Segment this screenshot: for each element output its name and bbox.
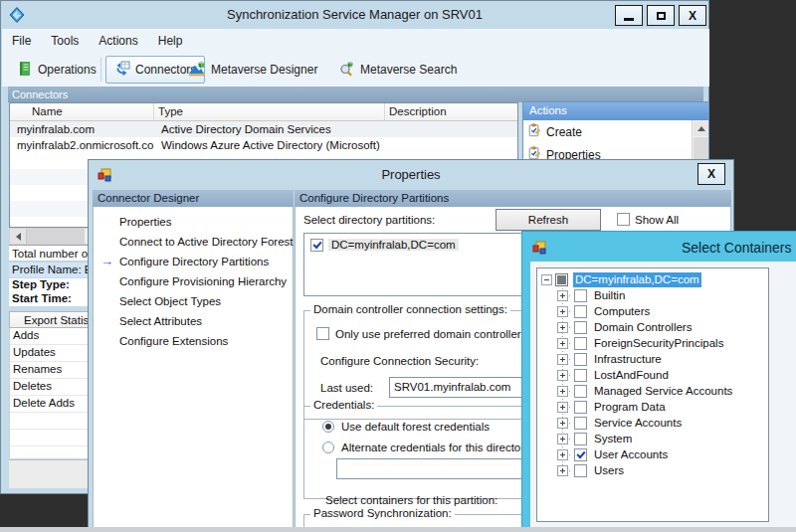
tree-item-root[interactable]: DC=myinfralab,DC=com (537, 272, 768, 288)
expand-icon[interactable] (557, 354, 568, 365)
default-credentials-radio[interactable] (322, 421, 334, 433)
container-checkbox[interactable] (574, 417, 587, 430)
tree-item-program-data[interactable]: Program Data (537, 400, 768, 416)
nav-item-configure-extensions[interactable]: →Configure Extensions (94, 331, 293, 351)
nav-item-properties[interactable]: →Properties (94, 212, 293, 232)
tree-item-managed-service-accounts[interactable]: Managed Service Accounts (537, 384, 768, 400)
nav-item-label: Configure Extensions (119, 335, 228, 347)
nav-item-configure-provisioning-hierarchy[interactable]: →Configure Provisioning Hierarchy (94, 271, 293, 291)
show-all-checkbox[interactable] (617, 213, 630, 226)
tree-item-builtin[interactable]: Builtin (537, 288, 768, 304)
preferred-dc-checkbox[interactable] (316, 327, 329, 340)
tree-item-lostandfound[interactable]: LostAndFound (537, 368, 768, 384)
scroll-left-icon (16, 233, 21, 241)
container-checkbox[interactable] (574, 448, 587, 461)
refresh-button[interactable]: Refresh (496, 209, 601, 231)
nav-item-label: Configure Provisioning Hierarchy (119, 275, 287, 287)
tree-item-service-accounts[interactable]: Service Accounts (537, 416, 768, 432)
alternate-credentials-radio[interactable] (322, 442, 334, 453)
screen-bottom-strip (0, 527, 796, 532)
expand-icon[interactable] (557, 306, 568, 317)
collapse-icon[interactable] (541, 274, 552, 285)
action-create[interactable]: Create (523, 120, 708, 143)
container-checkbox[interactable] (574, 433, 587, 445)
partition-checkbox[interactable] (310, 239, 323, 252)
container-checkbox[interactable] (574, 369, 587, 382)
maximize-button[interactable] (647, 5, 675, 26)
menu-help[interactable]: Help (148, 31, 193, 51)
metaverse-search-icon (339, 61, 355, 80)
tree-item-users[interactable]: Users (537, 463, 768, 479)
properties-titlebar[interactable]: Properties X (89, 160, 733, 190)
tree-item-infrastructure[interactable]: Infrastructure (537, 352, 768, 368)
container-checkbox[interactable] (574, 337, 587, 350)
expand-icon[interactable] (557, 322, 568, 333)
toolbar-button-label: Operations (38, 63, 97, 77)
last-used-label: Last used: (320, 382, 373, 394)
expand-icon[interactable] (557, 386, 568, 397)
expand-icon[interactable] (557, 338, 568, 349)
toolbar-button-metaverse-search[interactable]: Metaverse Search (330, 56, 466, 84)
tree-item-label: Managed Service Accounts (592, 384, 734, 399)
expand-icon[interactable] (557, 434, 568, 444)
expand-icon[interactable] (557, 465, 568, 476)
menubar: FileToolsActionsHelp (2, 29, 709, 53)
container-checkbox[interactable] (574, 353, 587, 366)
expand-icon[interactable] (557, 418, 568, 429)
connector-row[interactable]: myinfralab.comActive Directory Domain Se… (10, 121, 517, 137)
active-step-arrow-icon: → (100, 252, 113, 271)
scroll-up-button[interactable] (694, 121, 708, 136)
minimize-button[interactable] (615, 5, 643, 26)
container-checkbox[interactable] (574, 321, 587, 334)
container-checkbox[interactable] (574, 385, 587, 398)
nav-item-label: Select Object Types (119, 295, 221, 307)
connector-type: Active Directory Domain Services (154, 121, 385, 137)
toolbar-button-metaverse-designer[interactable]: Metaverse Designer (179, 56, 326, 84)
container-checkbox[interactable] (574, 289, 587, 302)
nav-item-connect-to-active-directory-forest[interactable]: →Connect to Active Directory Forest (94, 232, 293, 252)
tree-root-label[interactable]: DC=myinfralab,DC=com (573, 272, 701, 287)
toolbar: OperationsConnectorsMetaverse DesignerMe… (2, 52, 709, 87)
nav-item-configure-directory-partitions[interactable]: →Configure Directory Partitions (94, 252, 293, 271)
toolbar-button-label: Metaverse Search (360, 63, 457, 77)
nav-item-select-attributes[interactable]: →Select Attributes (94, 311, 293, 331)
menu-actions[interactable]: Actions (89, 31, 147, 51)
close-button[interactable]: X (679, 5, 706, 26)
nav-item-label: Connect to Active Directory Forest (119, 236, 293, 248)
tree-item-label: Program Data (592, 400, 668, 415)
container-checkbox[interactable] (574, 464, 587, 477)
expand-icon[interactable] (557, 402, 568, 413)
main-titlebar[interactable]: Synchronization Service Manager on SRV01… (1, 1, 708, 29)
column-header-description[interactable]: Description (385, 103, 517, 120)
column-header-type[interactable]: Type (154, 103, 385, 120)
tree-item-computers[interactable]: Computers (537, 304, 768, 320)
window-title: Synchronization Service Manager on SRV01 (1, 7, 708, 22)
password-sync-group-title: Password Synchronization: (310, 507, 455, 519)
close-button[interactable]: X (697, 163, 725, 185)
column-header-name[interactable]: Name (10, 103, 154, 120)
expand-icon[interactable] (557, 290, 568, 301)
menu-file[interactable]: File (2, 31, 41, 51)
metaverse-designer-icon (188, 61, 206, 80)
tree-item-foreignsecurityprincipals[interactable]: ForeignSecurityPrincipals (537, 336, 768, 352)
tree-item-domain-controllers[interactable]: Domain Controllers (537, 320, 768, 336)
connector-row[interactable]: myinfralab2.onmicrosoft.co...Windows Azu… (10, 137, 517, 153)
tree-item-label: User Accounts (592, 447, 670, 462)
tree-item-label: Builtin (592, 288, 627, 303)
container-checkbox[interactable] (574, 401, 587, 414)
container-checkbox[interactable] (574, 305, 587, 318)
partition-label: DC=myinfralab,DC=com (328, 239, 459, 251)
expand-icon[interactable] (557, 370, 568, 381)
expand-icon[interactable] (557, 449, 568, 460)
nav-item-label: Select Attributes (119, 315, 202, 327)
containers-tree[interactable]: DC=myinfralab,DC=com BuiltinComputersDom… (536, 267, 769, 522)
root-checkbox[interactable] (555, 273, 568, 286)
tree-item-user-accounts[interactable]: User Accounts (537, 447, 768, 463)
connector-designer-panel: →Properties→Connect to Active Directory … (93, 207, 294, 532)
scroll-left-button[interactable] (10, 229, 27, 244)
toolbar-button-operations[interactable]: Operations (8, 56, 105, 84)
scrollbar-thumb[interactable] (27, 229, 85, 244)
menu-tools[interactable]: Tools (41, 31, 89, 51)
tree-item-system[interactable]: System (537, 432, 768, 447)
nav-item-select-object-types[interactable]: →Select Object Types (94, 291, 293, 311)
